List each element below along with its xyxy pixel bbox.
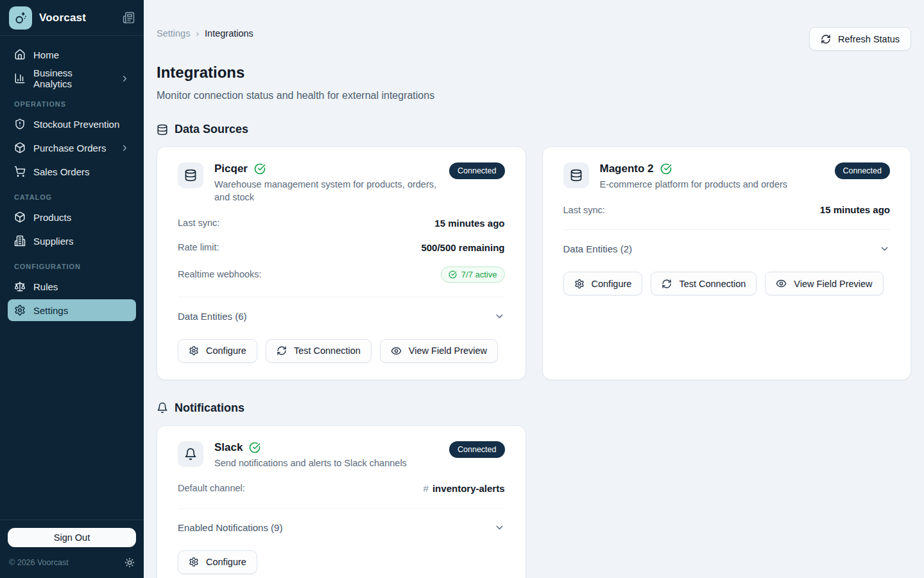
sidebar-item-products[interactable]: Products	[8, 206, 136, 228]
sidebar-item-stockout-prevention[interactable]: Stockout Prevention	[8, 113, 136, 135]
package-icon	[14, 211, 26, 223]
integration-name: Slack	[214, 441, 243, 454]
chevron-down-icon	[494, 522, 505, 533]
breadcrumb-separator: ›	[196, 28, 199, 39]
configure-button[interactable]: Configure	[178, 550, 257, 574]
sidebar-item-label: Home	[33, 49, 59, 60]
gear-icon	[189, 557, 199, 567]
webhooks-badge: 7/7 active	[441, 267, 505, 283]
bell-icon	[184, 448, 197, 460]
configure-button[interactable]: Configure	[178, 339, 257, 363]
data-entities-toggle[interactable]: Data Entities (2)	[563, 229, 891, 254]
bell-icon	[157, 402, 168, 414]
sidebar-footer: Sign Out © 2026 Voorcast	[0, 520, 144, 578]
integration-name: Magento 2	[600, 162, 654, 175]
integration-card-picqer: Picqer Warehouse management system for p…	[157, 146, 526, 380]
page-subtitle: Monitor connection status and health for…	[157, 90, 911, 101]
page-title: Integrations	[157, 64, 911, 82]
nav-section-configuration: CONFIGURATION	[8, 263, 136, 270]
database-icon	[570, 169, 583, 182]
hash-icon: #	[424, 483, 429, 494]
gear-icon	[574, 279, 585, 289]
sidebar-item-purchase-orders[interactable]: Purchase Orders	[8, 137, 136, 159]
view-field-preview-button[interactable]: View Field Preview	[765, 272, 883, 295]
enabled-notifications-toggle[interactable]: Enabled Notifications (9)	[178, 508, 505, 533]
app-logo	[9, 6, 32, 30]
gear-icon	[14, 304, 26, 316]
integration-description: Send notifications and alerts to Slack c…	[214, 457, 438, 469]
refresh-icon	[821, 34, 831, 44]
section-notifications: Notifications	[157, 401, 911, 415]
sidebar: Voorcast Home Business Ana	[0, 0, 144, 578]
refresh-icon	[277, 346, 287, 356]
sidebar-item-label: Purchase Orders	[33, 143, 106, 153]
check-circle-icon	[254, 163, 266, 175]
sidebar-item-label: Sales Orders	[33, 166, 90, 177]
crystal-ball-sparkle-icon	[13, 11, 28, 25]
refresh-icon	[662, 279, 672, 289]
sidebar-nav: Home Business Analytics OPERATIONS Stock…	[0, 36, 144, 520]
breadcrumb-integrations: Integrations	[205, 28, 253, 39]
rate-limit-label: Rate limit:	[178, 242, 219, 252]
theme-toggle-sun-icon[interactable]	[124, 557, 135, 568]
integration-card-magento: Magento 2 E-commerce platform for produc…	[542, 146, 912, 380]
package-icon	[14, 142, 26, 153]
shield-alert-icon	[14, 118, 26, 130]
picqer-tile	[178, 162, 203, 188]
sidebar-item-label: Stockout Prevention	[33, 119, 119, 130]
sidebar-item-label: Suppliers	[33, 236, 74, 247]
default-channel-label: Default channel:	[178, 483, 245, 493]
breadcrumb: Settings › Integrations	[157, 27, 253, 39]
chevron-down-icon	[879, 243, 890, 254]
last-sync-value: 15 minutes ago	[434, 218, 504, 229]
view-field-preview-button[interactable]: View Field Preview	[380, 339, 498, 363]
chevron-down-icon	[494, 311, 505, 322]
sign-out-button[interactable]: Sign Out	[8, 528, 136, 547]
brand-name: Voorcast	[39, 12, 116, 24]
sidebar-item-label: Business Analytics	[33, 67, 112, 89]
integration-description: Warehouse management system for products…	[214, 178, 438, 204]
test-connection-button[interactable]: Test Connection	[651, 272, 757, 295]
sidebar-header: Voorcast	[0, 0, 144, 36]
magento-tile	[563, 162, 589, 188]
webhooks-label: Realtime webhooks:	[178, 269, 262, 279]
scale-icon	[14, 281, 26, 292]
slack-tile	[178, 441, 203, 467]
sidebar-item-settings[interactable]: Settings	[8, 299, 136, 321]
main-content: Settings › Integrations Refresh Status I…	[144, 0, 924, 578]
nav-section-operations: OPERATIONS	[8, 100, 136, 108]
sidebar-item-label: Rules	[33, 281, 58, 292]
section-data-sources: Data Sources	[157, 123, 911, 136]
check-circle-icon	[449, 270, 457, 279]
nav-section-catalog: CATALOG	[8, 193, 136, 201]
breadcrumb-settings[interactable]: Settings	[157, 28, 190, 39]
status-badge: Connected	[449, 162, 504, 179]
gear-icon	[189, 346, 199, 356]
chevron-right-icon	[120, 143, 130, 153]
status-badge: Connected	[835, 162, 890, 179]
data-entities-toggle[interactable]: Data Entities (6)	[178, 297, 505, 322]
sidebar-item-sales-orders[interactable]: Sales Orders	[8, 161, 136, 182]
default-channel-value: #inventory-alerts	[424, 483, 505, 494]
sidebar-item-home[interactable]: Home	[8, 44, 136, 66]
sidebar-item-label: Settings	[33, 305, 68, 316]
bar-chart-icon	[14, 73, 26, 84]
last-sync-value: 15 minutes ago	[820, 204, 890, 215]
chevron-right-icon	[120, 74, 130, 83]
changelog-icon[interactable]	[123, 12, 135, 24]
test-connection-button[interactable]: Test Connection	[266, 339, 372, 363]
building-icon	[14, 235, 26, 247]
sidebar-item-label: Products	[33, 212, 71, 223]
sidebar-item-business-analytics[interactable]: Business Analytics	[8, 67, 136, 89]
integration-card-slack: Slack Send notifications and alerts to S…	[157, 425, 526, 578]
sidebar-item-rules[interactable]: Rules	[8, 276, 136, 297]
integration-description: E-commerce platform for products and ord…	[600, 178, 824, 191]
refresh-status-button[interactable]: Refresh Status	[809, 27, 911, 51]
eye-icon	[776, 278, 787, 289]
last-sync-label: Last sync:	[563, 205, 605, 215]
sidebar-item-suppliers[interactable]: Suppliers	[8, 230, 136, 252]
configure-button[interactable]: Configure	[563, 272, 643, 295]
database-icon	[184, 169, 197, 182]
database-icon	[157, 124, 168, 136]
integration-name: Picqer	[214, 162, 248, 175]
